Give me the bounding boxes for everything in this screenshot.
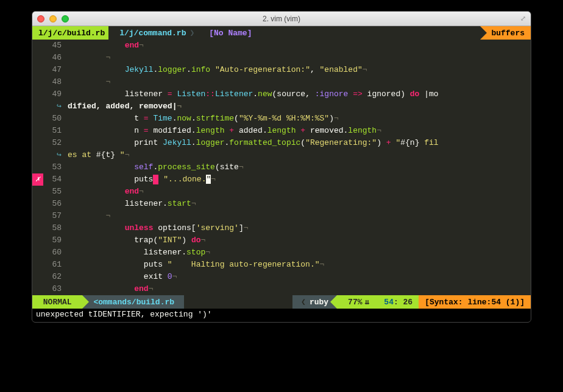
code-content[interactable]: puts " Halting auto-regeneration."¬ — [68, 259, 531, 271]
code-row[interactable]: 48 ¬ — [32, 76, 531, 88]
line-number: 46 — [43, 52, 68, 64]
percent-label: 77% — [348, 298, 362, 307]
code-content[interactable]: end¬ — [68, 283, 531, 295]
gutter-sign — [32, 161, 43, 173]
tabline: l/j/c/build.rb l/j/command.rb ❯ [No Name… — [32, 26, 531, 40]
window-title: 2. vim (vim) — [32, 15, 531, 23]
gutter-sign — [32, 113, 43, 125]
editor-pane[interactable]: 45 end¬46 ¬47 Jekyll.logger.info "Auto-r… — [32, 40, 531, 295]
code-content[interactable]: ¬ — [68, 76, 531, 88]
position-segment: 54: 26 — [378, 295, 419, 309]
line-number: 53 — [43, 161, 68, 173]
code-row[interactable]: ✗54 puts "...done."¬ — [32, 173, 531, 186]
code-content[interactable]: puts "...done."¬ — [68, 173, 531, 186]
gutter-sign — [32, 149, 43, 161]
code-row[interactable]: 52 print Jekyll.logger.formatted_topic("… — [32, 137, 531, 149]
line-number: 59 — [43, 234, 68, 247]
titlebar: 2. vim (vim) ⤢ — [32, 12, 531, 26]
gutter-sign — [32, 234, 43, 247]
file-path: <ommands/build.rb — [93, 298, 174, 307]
code-row[interactable]: 62 exit 0¬ — [32, 271, 531, 283]
gutter-sign — [32, 88, 43, 100]
code-row[interactable]: 53 self.process_site(site¬ — [32, 161, 531, 173]
gutter-sign — [32, 76, 43, 88]
tab-noname[interactable]: [No Name] — [198, 26, 255, 40]
code-content[interactable]: end¬ — [68, 186, 531, 198]
code-content[interactable]: end¬ — [68, 40, 531, 52]
code-row[interactable]: 60 listener.stop¬ — [32, 247, 531, 259]
syntax-error-segment: [Syntax: line:54 (1)] — [419, 295, 531, 309]
code-content[interactable]: ¬ — [68, 210, 531, 222]
line-number: 47 — [43, 64, 68, 76]
code-row[interactable]: 57 ¬ — [32, 210, 531, 222]
line-number: 61 — [43, 259, 68, 271]
gutter-sign — [32, 186, 43, 198]
tab-label: l/j/command.rb — [119, 29, 186, 38]
filetype-label: ruby — [310, 298, 328, 307]
code-row[interactable]: 63 end¬ — [32, 283, 531, 295]
line-number: 54 — [384, 298, 394, 307]
code-content[interactable]: print Jekyll.logger.formatted_topic("Reg… — [68, 137, 531, 149]
buffers-label: buffers — [491, 29, 525, 38]
code-content[interactable]: n = modified.length + added.length + rem… — [68, 125, 531, 137]
code-content[interactable]: listener.start¬ — [68, 198, 531, 210]
line-number: 56 — [43, 198, 68, 210]
code-content[interactable]: self.process_site(site¬ — [68, 161, 531, 173]
wrap-indicator: ↪ — [43, 149, 68, 161]
line-number: 49 — [43, 88, 68, 100]
code-content[interactable]: exit 0¬ — [68, 271, 531, 283]
statusline: NORMAL <ommands/build.rb ❮ ruby 77% ⇊ 54… — [32, 295, 531, 309]
code-content[interactable]: Jekyll.logger.info "Auto-regeneration:",… — [68, 64, 531, 76]
command-line[interactable]: unexpected tIDENTIFIER, expecting ')' — [32, 309, 531, 322]
line-number: 54 — [43, 173, 68, 186]
gutter-sign — [32, 247, 43, 259]
tab-active[interactable]: l/j/c/build.rb — [32, 26, 108, 40]
line-number: 55 — [43, 186, 68, 198]
tab-label: [No Name] — [209, 29, 252, 38]
percent-segment: 77% ⇊ — [337, 295, 378, 309]
gutter-sign — [32, 40, 43, 52]
line-number: 58 — [43, 222, 68, 234]
gutter-sign — [32, 125, 43, 137]
code-row[interactable]: 45 end¬ — [32, 40, 531, 52]
code-row[interactable]: 59 trap("INT") do¬ — [32, 234, 531, 247]
line-number: 62 — [43, 271, 68, 283]
wrap-indicator: ↪ — [43, 100, 68, 113]
tab-label: l/j/c/build.rb — [38, 29, 105, 38]
code-row[interactable]: ↪dified, added, removed|¬ — [32, 100, 531, 113]
gutter-sign — [32, 210, 43, 222]
tab-inactive-1[interactable]: l/j/command.rb ❯ — [108, 26, 198, 40]
code-row[interactable]: 47 Jekyll.logger.info "Auto-regeneration… — [32, 64, 531, 76]
line-number: 57 — [43, 210, 68, 222]
line-number: 60 — [43, 247, 68, 259]
gutter-sign — [32, 271, 43, 283]
code-content[interactable]: dified, added, removed|¬ — [68, 100, 531, 113]
mode-segment: NORMAL — [32, 295, 82, 309]
buffers-indicator[interactable]: buffers — [480, 26, 531, 40]
line-number: 48 — [43, 76, 68, 88]
code-content[interactable]: listener = Listen::Listener.new(source, … — [68, 88, 531, 100]
status-fill — [184, 295, 292, 309]
gutter-sign — [32, 100, 43, 113]
line-number: 63 — [43, 283, 68, 295]
code-row[interactable]: 49 listener = Listen::Listener.new(sourc… — [32, 88, 531, 100]
code-content[interactable]: t = Time.now.strftime("%Y-%m-%d %H:%M:%S… — [68, 113, 531, 125]
code-row[interactable]: ↪es at #{t} "¬ — [32, 149, 531, 161]
code-content[interactable]: ¬ — [68, 52, 531, 64]
code-row[interactable]: 46 ¬ — [32, 52, 531, 64]
code-content[interactable]: trap("INT") do¬ — [68, 234, 531, 247]
code-row[interactable]: 58 unless options['serving']¬ — [32, 222, 531, 234]
gutter-sign — [32, 259, 43, 271]
gutter-sign — [32, 64, 43, 76]
file-segment: <ommands/build.rb — [82, 295, 184, 309]
code-row[interactable]: 51 n = modified.length + added.length + … — [32, 125, 531, 137]
code-row[interactable]: 56 listener.start¬ — [32, 198, 531, 210]
code-content[interactable]: unless options['serving']¬ — [68, 222, 531, 234]
expand-icon[interactable]: ⤢ — [520, 15, 526, 23]
code-row[interactable]: 61 puts " Halting auto-regeneration."¬ — [32, 259, 531, 271]
code-content[interactable]: es at #{t} "¬ — [68, 149, 531, 161]
gutter-sign — [32, 137, 43, 149]
code-content[interactable]: listener.stop¬ — [68, 247, 531, 259]
code-row[interactable]: 55 end¬ — [32, 186, 531, 198]
code-row[interactable]: 50 t = Time.now.strftime("%Y-%m-%d %H:%M… — [32, 113, 531, 125]
